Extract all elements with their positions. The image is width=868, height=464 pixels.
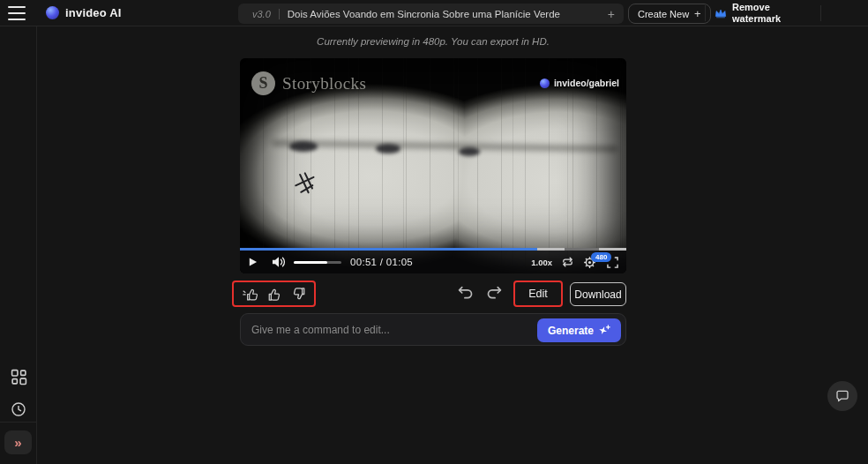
- remove-watermark-button[interactable]: Remove watermark: [715, 2, 785, 25]
- project-title: Dois Aviões Voando em Sincronia Sobre um…: [288, 9, 560, 19]
- distant-plane-blur: [376, 144, 400, 153]
- sidebar-divider: [0, 422, 36, 423]
- command-bar: Generate: [240, 313, 626, 346]
- redo-button[interactable]: [485, 286, 502, 300]
- strong-thumbs-up-icon: [243, 287, 259, 302]
- loop-button[interactable]: [561, 256, 574, 268]
- create-new-label: Create New: [638, 9, 689, 19]
- expand-sidebar-button[interactable]: »: [4, 430, 32, 454]
- new-chat-plus-icon[interactable]: +: [608, 8, 615, 20]
- user-watermark-label: invideo/gabriel: [554, 78, 619, 88]
- thumbs-up-button[interactable]: [267, 287, 282, 302]
- top-header: invideo AI v3.0 Dois Aviões Voando em Si…: [0, 0, 868, 26]
- thumbs-up-icon: [267, 287, 282, 302]
- strong-thumbs-up-button[interactable]: [243, 287, 259, 302]
- title-separator: [279, 9, 280, 19]
- invideo-logo-icon: [46, 6, 59, 19]
- action-row: Edit Download: [240, 280, 626, 309]
- hamburger-menu-icon[interactable]: [8, 6, 29, 20]
- brand: invideo AI: [46, 6, 122, 19]
- thumbs-down-icon: [291, 287, 306, 302]
- control-bar: 00:51 / 01:05 1.00x: [240, 251, 626, 273]
- apps-grid-button[interactable]: [8, 366, 29, 387]
- thumbs-down-button[interactable]: [291, 287, 306, 302]
- distant-plane-blur: [289, 141, 318, 152]
- volume-icon: [272, 256, 287, 268]
- history-button[interactable]: [8, 399, 29, 420]
- generate-button[interactable]: Generate: [537, 318, 621, 342]
- history-clock-icon: [11, 401, 26, 417]
- edit-highlight-box: Edit: [513, 281, 563, 307]
- version-label: v3.0: [252, 9, 271, 19]
- playback-speed-button[interactable]: 1.00x: [531, 258, 552, 267]
- volume-slider[interactable]: [294, 261, 341, 264]
- chat-bubble-icon: [835, 389, 849, 403]
- seek-bar-segment: [565, 248, 599, 251]
- volume-slider-fill: [294, 261, 327, 264]
- user-watermark: invideo/gabriel: [540, 78, 619, 88]
- storyblocks-watermark: S Storyblocks: [251, 71, 366, 95]
- seek-bar[interactable]: [240, 248, 626, 251]
- video-player[interactable]: S Storyblocks invideo/gabriel: [240, 58, 626, 273]
- plus-icon: +: [694, 7, 701, 20]
- feedback-highlight-box: [232, 281, 316, 307]
- storyblocks-logo-icon: S: [251, 71, 275, 95]
- invideo-logo-icon: [540, 79, 550, 88]
- undo-button[interactable]: [458, 286, 475, 300]
- generate-label: Generate: [548, 325, 594, 337]
- edit-button[interactable]: Edit: [515, 282, 561, 305]
- project-title-bar[interactable]: v3.0 Dois Aviões Voando em Sincronia Sob…: [238, 4, 624, 24]
- create-new-button[interactable]: Create New +: [628, 4, 711, 24]
- play-icon: [248, 257, 258, 267]
- loop-icon: [561, 256, 574, 268]
- quality-badge[interactable]: 480: [591, 252, 611, 262]
- sparkle-icon: [599, 325, 610, 336]
- distant-plane-blur: [459, 147, 480, 156]
- apps-grid-icon: [11, 369, 27, 385]
- header-divider: [705, 5, 706, 21]
- play-button[interactable]: [248, 257, 258, 267]
- volume-button[interactable]: [272, 256, 287, 268]
- preview-quality-note: Currently previewing in 480p. You can ex…: [240, 36, 626, 47]
- app-name: invideo AI: [65, 6, 122, 19]
- invideo-app: invideo AI v3.0 Dois Aviões Voando em Si…: [0, 0, 868, 464]
- video-controls: 00:51 / 01:05 1.00x: [240, 248, 626, 273]
- undo-icon: [458, 286, 475, 300]
- redo-icon: [485, 286, 502, 300]
- remove-watermark-label: Remove watermark: [732, 2, 785, 25]
- header-divider: [820, 5, 821, 21]
- download-button[interactable]: Download: [570, 282, 626, 306]
- storyblocks-label: Storyblocks: [282, 74, 366, 94]
- aircraft-silhouette: [291, 168, 319, 202]
- left-sidebar: »: [0, 26, 37, 464]
- crown-icon: [715, 8, 727, 19]
- seek-bar-fill: [240, 248, 537, 251]
- time-display: 00:51 / 01:05: [350, 257, 413, 267]
- settings-control: 480: [583, 256, 596, 269]
- support-chat-button[interactable]: [827, 381, 857, 411]
